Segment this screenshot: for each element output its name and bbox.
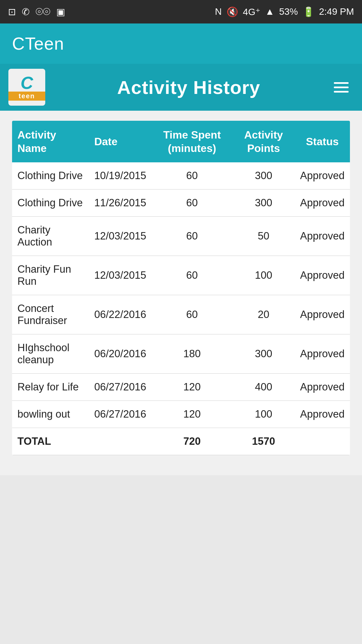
cell-activity-points: 400 [232, 374, 295, 401]
cell-date: 06/20/2016 [89, 334, 152, 374]
total-row: TOTAL 720 1570 [12, 428, 350, 455]
cell-date: 06/22/2016 [89, 295, 152, 334]
cell-status: Approved [295, 401, 350, 428]
col-header-time-spent: Time Spent (minutes) [152, 121, 232, 162]
table-row: Clothing Drive 11/26/2015 60 300 Approve… [12, 190, 350, 217]
mute-icon: 🔇 [227, 6, 238, 17]
cell-activity-name: HIghschool cleanup [12, 334, 89, 374]
battery-icon: 🔋 [303, 6, 314, 17]
menu-button[interactable] [330, 79, 352, 96]
logo-subtext: teen [8, 92, 45, 101]
cell-activity-name: Charity Auction [12, 217, 89, 256]
table-header-row: Activity Name Date Time Spent (minutes) … [12, 121, 350, 162]
time-display: 2:49 PM [319, 6, 354, 17]
cell-activity-name: Charity Fun Run [12, 256, 89, 295]
cell-activity-name: Clothing Drive [12, 190, 89, 217]
cell-activity-points: 50 [232, 217, 295, 256]
battery-percent: 53% [279, 6, 298, 17]
cell-activity-name: Clothing Drive [12, 162, 89, 190]
cell-activity-name: bowling out [12, 401, 89, 428]
cell-date: 06/27/2016 [89, 374, 152, 401]
total-label: TOTAL [12, 428, 89, 455]
cell-activity-points: 300 [232, 334, 295, 374]
image-icon: ⊡ [8, 6, 16, 17]
menu-line-1 [334, 82, 349, 84]
page-header-title: Activity History [47, 76, 330, 98]
cell-date: 12/03/2015 [89, 217, 152, 256]
cell-activity-points: 300 [232, 162, 295, 190]
total-points: 1570 [232, 428, 295, 455]
cell-status: Approved [295, 190, 350, 217]
cell-activity-points: 100 [232, 401, 295, 428]
logo-letter: C [20, 74, 33, 92]
cell-activity-points: 100 [232, 256, 295, 295]
cell-time-spent: 60 [152, 190, 232, 217]
total-date-empty [89, 428, 152, 455]
cell-time-spent: 120 [152, 401, 232, 428]
status-bar: ⊡ ✆ ⦾⦾ ▣ N 🔇 4G⁺ ▲ 53% 🔋 2:49 PM [0, 0, 362, 23]
cell-status: Approved [295, 334, 350, 374]
cell-date: 11/26/2015 [89, 190, 152, 217]
col-header-activity-points: Activity Points [232, 121, 295, 162]
table-row: HIghschool cleanup 06/20/2016 180 300 Ap… [12, 334, 350, 374]
col-header-date: Date [89, 121, 152, 162]
menu-line-2 [334, 87, 349, 88]
clipboard-icon: ▣ [56, 6, 65, 17]
content-area: Activity Name Date Time Spent (minutes) … [0, 111, 362, 475]
signal-icon: ▲ [265, 6, 275, 17]
logo-box: C teen [8, 69, 45, 106]
activity-table: Activity Name Date Time Spent (minutes) … [12, 121, 350, 455]
status-bar-left-icons: ⊡ ✆ ⦾⦾ ▣ [8, 6, 65, 17]
menu-line-3 [334, 91, 349, 93]
cell-activity-points: 20 [232, 295, 295, 334]
app-bar: CTeen [0, 23, 362, 64]
nfc-icon: N [215, 6, 222, 17]
total-status-empty [295, 428, 350, 455]
cell-time-spent: 60 [152, 162, 232, 190]
cell-date: 10/19/2015 [89, 162, 152, 190]
table-row: Clothing Drive 10/19/2015 60 300 Approve… [12, 162, 350, 190]
table-row: Concert Fundraiser 06/22/2016 60 20 Appr… [12, 295, 350, 334]
cell-time-spent: 120 [152, 374, 232, 401]
cell-time-spent: 180 [152, 334, 232, 374]
voicemail-icon: ⦾⦾ [36, 6, 50, 17]
table-row: Charity Auction 12/03/2015 60 50 Approve… [12, 217, 350, 256]
cell-status: Approved [295, 295, 350, 334]
cell-status: Approved [295, 217, 350, 256]
cell-time-spent: 60 [152, 295, 232, 334]
col-header-status: Status [295, 121, 350, 162]
phone-icon: ✆ [22, 6, 29, 17]
network-icon: 4G⁺ [243, 6, 260, 17]
total-time: 720 [152, 428, 232, 455]
page-header: C teen Activity History [0, 64, 362, 111]
col-header-activity-name: Activity Name [12, 121, 89, 162]
logo-container: C teen [7, 67, 47, 107]
cell-time-spent: 60 [152, 256, 232, 295]
table-row: Relay for Life 06/27/2016 120 400 Approv… [12, 374, 350, 401]
table-row: Charity Fun Run 12/03/2015 60 100 Approv… [12, 256, 350, 295]
status-bar-right-icons: N 🔇 4G⁺ ▲ 53% 🔋 2:49 PM [215, 6, 354, 17]
cell-activity-name: Concert Fundraiser [12, 295, 89, 334]
cell-status: Approved [295, 374, 350, 401]
app-title: CTeen [12, 34, 64, 54]
cell-activity-name: Relay for Life [12, 374, 89, 401]
cell-time-spent: 60 [152, 217, 232, 256]
cell-status: Approved [295, 256, 350, 295]
table-row: bowling out 06/27/2016 120 100 Approved [12, 401, 350, 428]
cell-date: 12/03/2015 [89, 256, 152, 295]
cell-activity-points: 300 [232, 190, 295, 217]
cell-date: 06/27/2016 [89, 401, 152, 428]
cell-status: Approved [295, 162, 350, 190]
